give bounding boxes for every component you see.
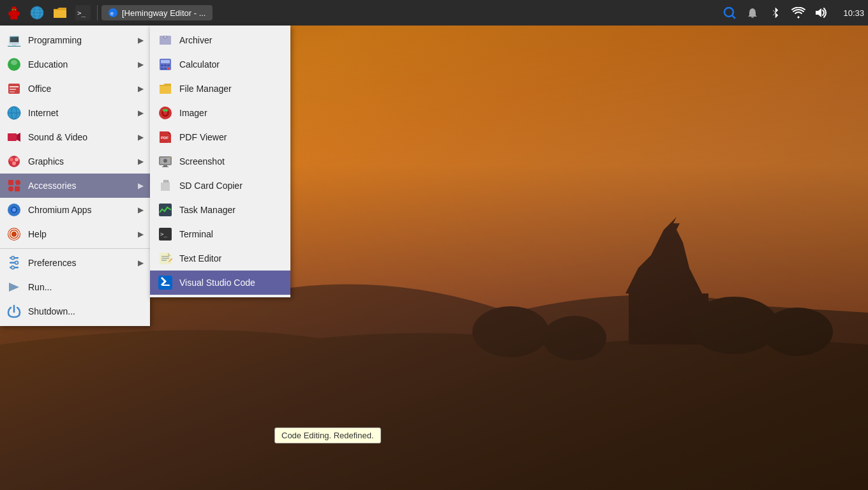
menu-item-chromium-apps[interactable]: Chromium Apps ▶ xyxy=(0,198,150,222)
file-manager-icon xyxy=(158,81,173,96)
submenu-label-task-manager: Task Manager xyxy=(179,205,236,215)
submenu-calculator[interactable]: Calculator xyxy=(150,52,290,77)
submenu-terminal[interactable]: >_ Terminal xyxy=(150,222,290,246)
sd-card-icon xyxy=(158,178,173,193)
submenu-label-calculator: Calculator xyxy=(179,59,220,70)
menu-label-internet: Internet xyxy=(28,108,58,118)
notifications-button[interactable] xyxy=(744,4,761,22)
svg-text:>_: >_ xyxy=(77,9,86,17)
svg-point-57 xyxy=(15,261,19,264)
menu-item-education[interactable]: Education ▶ xyxy=(0,52,150,77)
wifi-button[interactable] xyxy=(789,4,807,22)
submenu-label-imager: Imager xyxy=(179,108,207,118)
submenu-pdf-viewer[interactable]: PDF PDF Viewer xyxy=(150,125,290,149)
svg-line-26 xyxy=(732,15,735,19)
tooltip-text: Code Editing. Redefined. xyxy=(281,431,374,440)
run-svg xyxy=(7,280,21,294)
main-menu: 💻 Programming ▶ Education ▶ Office ▶ xyxy=(0,26,150,326)
menu-label-chromium: Chromium Apps xyxy=(28,205,92,215)
svg-text:PDF: PDF xyxy=(161,136,168,140)
submenu-imager[interactable]: Imager xyxy=(150,101,290,125)
globe-button[interactable] xyxy=(27,3,47,23)
imager-icon xyxy=(158,105,173,121)
run-icon xyxy=(6,279,22,295)
svg-point-6 xyxy=(763,308,833,356)
submenu-label-screenshot: Screenshot xyxy=(179,156,225,167)
menu-item-preferences[interactable]: Preferences ▶ xyxy=(0,251,150,275)
submenu-task-manager[interactable]: Task Manager xyxy=(150,198,290,222)
submenu-label-text-editor: Text Editor xyxy=(179,253,221,264)
svg-marker-78 xyxy=(168,131,171,134)
education-svg xyxy=(7,57,21,71)
menu-label-sound-video: Sound & Video xyxy=(28,132,87,142)
svg-point-29 xyxy=(11,60,17,65)
submenu-label-file-manager: File Manager xyxy=(179,84,232,94)
menu-item-accessories[interactable]: Accessories ▶ xyxy=(0,174,150,198)
terminal-button[interactable]: >_ xyxy=(73,3,93,23)
menu-item-sound-video[interactable]: Sound & Video ▶ xyxy=(0,125,150,149)
menu-item-internet[interactable]: Internet ▶ xyxy=(0,101,150,125)
office-svg xyxy=(7,82,21,96)
search-button[interactable] xyxy=(721,4,738,22)
svg-point-76 xyxy=(165,109,167,111)
menu-item-help[interactable]: Help ▶ xyxy=(0,222,150,246)
svg-point-4 xyxy=(542,316,606,360)
menu-item-programming[interactable]: 💻 Programming ▶ xyxy=(0,28,150,52)
svg-point-40 xyxy=(10,158,13,161)
svg-point-13 xyxy=(12,9,13,10)
bluetooth-button[interactable] xyxy=(767,4,784,22)
wifi-icon xyxy=(791,7,805,19)
submenu-vscode[interactable]: Visual Studio Code xyxy=(150,271,290,295)
submenu-archiver[interactable]: Archiver xyxy=(150,28,290,52)
terminal-sub-svg: >_ xyxy=(158,227,172,241)
programming-icon: 💻 xyxy=(6,33,22,48)
raspberry-menu-button[interactable] xyxy=(4,3,24,23)
svg-rect-70 xyxy=(167,68,170,70)
vscode-tooltip: Code Editing. Redefined. xyxy=(274,427,381,443)
submenu-label-sd-card-copier: SD Card Copier xyxy=(179,181,243,191)
menu-item-graphics[interactable]: Graphics ▶ xyxy=(0,149,150,174)
svg-point-25 xyxy=(724,8,733,17)
svg-rect-67 xyxy=(167,64,170,66)
menu-divider-1 xyxy=(0,248,150,249)
submenu-label-archiver: Archiver xyxy=(179,35,212,45)
folder-button[interactable] xyxy=(50,3,70,23)
taskbar-window-hemingway[interactable]: e [Hemingway Editor - ... xyxy=(101,5,213,20)
submenu-text-editor[interactable]: Text Editor xyxy=(150,246,290,271)
preferences-svg xyxy=(7,256,21,270)
volume-button[interactable] xyxy=(812,4,830,22)
education-icon xyxy=(6,57,22,72)
svg-rect-89 xyxy=(167,180,168,182)
pdf-svg: PDF xyxy=(158,130,172,144)
search-icon xyxy=(723,6,736,19)
svg-rect-65 xyxy=(161,64,163,66)
vscode-icon xyxy=(158,275,173,290)
svg-rect-33 xyxy=(10,91,15,93)
svg-rect-68 xyxy=(161,68,163,70)
menu-item-shutdown[interactable]: Shutdown... xyxy=(0,299,150,323)
submenu-sd-card-copier[interactable]: SD Card Copier xyxy=(150,174,290,198)
menu-label-run: Run... xyxy=(28,282,52,292)
globe-icon xyxy=(29,5,45,20)
submenu-screenshot[interactable]: Screenshot xyxy=(150,149,290,174)
submenu-file-manager[interactable]: File Manager xyxy=(150,77,290,101)
menu-label-office: Office xyxy=(28,84,51,94)
office-icon xyxy=(6,81,22,96)
svg-rect-84 xyxy=(163,165,167,167)
menu-item-run[interactable]: Run... xyxy=(0,275,150,299)
chromium-icon xyxy=(6,202,22,218)
submenu-label-pdf-viewer: PDF Viewer xyxy=(179,132,227,142)
accessories-svg xyxy=(7,179,21,193)
menu-label-preferences: Preferences xyxy=(28,258,76,268)
accessories-icon xyxy=(6,178,22,193)
file-manager-svg xyxy=(158,82,172,96)
svg-point-44 xyxy=(15,180,20,185)
svg-rect-45 xyxy=(8,186,13,191)
browser-window-icon: e xyxy=(108,8,118,18)
chromium-svg xyxy=(7,203,21,217)
menu-item-office[interactable]: Office ▶ xyxy=(0,77,150,101)
svg-rect-31 xyxy=(10,86,19,87)
svg-point-49 xyxy=(12,208,16,212)
window-title: [Hemingway Editor - ... xyxy=(122,8,206,18)
svg-point-56 xyxy=(11,256,15,260)
